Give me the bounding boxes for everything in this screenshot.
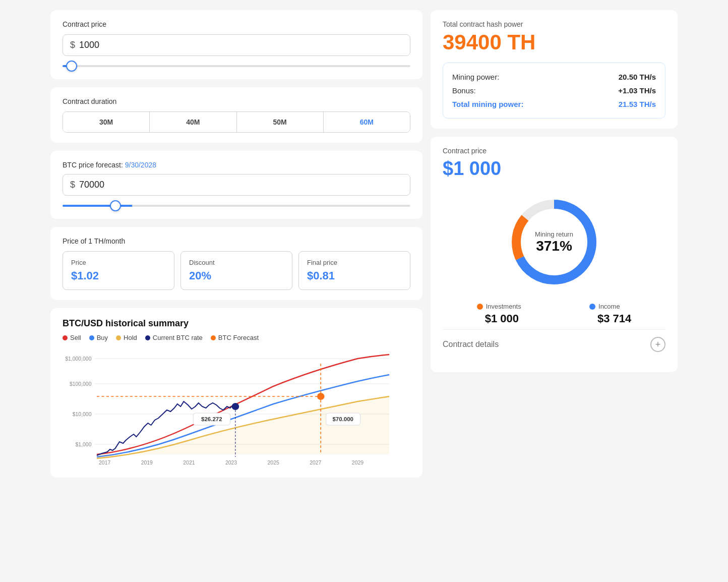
- plus-icon: +: [655, 339, 661, 350]
- chart-title: BTC/USD historical summary: [63, 318, 410, 329]
- contract-price-display: 1000: [79, 40, 99, 50]
- price-card-price: Price $1.02: [63, 251, 174, 290]
- contract-price-card: Contract price $1 000 Mining return 371%: [431, 137, 678, 372]
- svg-text:$10,000: $10,000: [73, 412, 92, 417]
- mining-power-row: Mining power: 20.50 TH/s: [452, 70, 656, 84]
- bonus-value: +1.03 TH/s: [618, 86, 656, 95]
- svg-text:2021: 2021: [183, 460, 195, 465]
- btc-forecast-text: BTC price forecast:: [63, 161, 125, 169]
- price-card-discount-label: Discount: [189, 259, 284, 266]
- bonus-label: Bonus:: [452, 86, 476, 95]
- legend-income: Income $3 714: [589, 303, 631, 325]
- price-card-final-value: $0.81: [307, 269, 402, 282]
- donut-legend: Investments $1 000 Income $3 714: [443, 303, 665, 325]
- legend-buy: Buy: [89, 334, 108, 341]
- chart-area: $1,000,000 $100,000 $10,000 $1,000 2017 …: [63, 348, 410, 470]
- chart-svg: $1,000,000 $100,000 $10,000 $1,000 2017 …: [63, 348, 410, 470]
- th-price-label: Price of 1 TH/month: [63, 237, 410, 245]
- dollar-sign-1: $: [70, 40, 75, 50]
- btc-price-display: 70000: [79, 180, 104, 190]
- svg-text:2027: 2027: [310, 460, 322, 465]
- contract-price-card-value: $1 000: [443, 158, 665, 180]
- legend-sell: Sell: [63, 334, 81, 341]
- price-card-price-label: Price: [71, 259, 166, 266]
- mining-details: Mining power: 20.50 TH/s Bonus: +1.03 TH…: [443, 63, 665, 119]
- btc-price-slider[interactable]: [63, 205, 410, 207]
- svg-text:$70.000: $70.000: [332, 416, 353, 422]
- total-mining-label: Total mining power:: [452, 100, 523, 108]
- btc-forecast-section-label: BTC price forecast: 9/30/2028: [63, 161, 410, 169]
- legend-hold: Hold: [116, 334, 137, 341]
- bonus-row: Bonus: +1.03 TH/s: [452, 84, 656, 97]
- contract-details-expand-button[interactable]: +: [650, 337, 665, 352]
- btc-forecast-date[interactable]: 9/30/2028: [125, 161, 156, 169]
- donut-chart: Mining return 371%: [504, 192, 604, 293]
- svg-text:2029: 2029: [352, 460, 364, 465]
- hash-power-value: 39400 TH: [443, 30, 665, 54]
- donut-section: Mining return 371% Investments $1 000: [443, 188, 665, 362]
- price-card-discount-value: 20%: [189, 269, 284, 282]
- legend-btc-forecast: BTC Forecast: [211, 334, 259, 341]
- hash-power-card: Total contract hash power 39400 TH Minin…: [431, 10, 678, 129]
- mining-power-value: 20.50 TH/s: [619, 73, 656, 81]
- svg-text:$1,000,000: $1,000,000: [65, 356, 92, 362]
- total-mining-row: Total mining power: 21.53 TH/s: [452, 97, 656, 111]
- mining-power-label: Mining power:: [452, 73, 499, 81]
- tab-30m[interactable]: 30M: [63, 112, 150, 132]
- price-card-final-label: Final price: [307, 259, 402, 266]
- svg-text:2025: 2025: [268, 460, 280, 465]
- contract-price-label: Contract price: [63, 20, 410, 28]
- dollar-sign-2: $: [70, 180, 75, 190]
- income-label: Income: [598, 303, 620, 310]
- chart-legend: Sell Buy Hold Current BTC rate BTC Forec…: [63, 334, 410, 341]
- svg-text:2017: 2017: [99, 460, 111, 465]
- contract-duration-label: Contract duration: [63, 97, 410, 105]
- svg-text:$100,000: $100,000: [70, 381, 92, 387]
- investments-value: $1 000: [485, 312, 519, 325]
- total-mining-value: 21.53 TH/s: [619, 100, 656, 108]
- duration-tabs: 30M 40M 50M 60M: [63, 111, 410, 133]
- btc-chart-section: BTC/USD historical summary Sell Buy Hold…: [50, 308, 422, 478]
- tab-50m[interactable]: 50M: [237, 112, 324, 132]
- investments-label: Investments: [486, 303, 521, 310]
- contract-details-row: Contract details +: [443, 329, 665, 354]
- svg-point-18: [317, 393, 325, 400]
- price-card-price-value: $1.02: [71, 269, 166, 282]
- return-value: 371%: [535, 238, 573, 254]
- tab-60m[interactable]: 60M: [324, 112, 410, 132]
- hash-power-label: Total contract hash power: [443, 20, 665, 28]
- svg-text:2019: 2019: [141, 460, 153, 465]
- price-card-discount: Discount 20%: [180, 251, 292, 290]
- svg-text:$1,000: $1,000: [76, 442, 92, 447]
- return-label: Mining return: [535, 230, 573, 238]
- contract-price-card-label: Contract price: [443, 147, 665, 155]
- svg-text:$26.272: $26.272: [201, 416, 222, 422]
- tab-40m[interactable]: 40M: [150, 112, 236, 132]
- price-card-final: Final price $0.81: [298, 251, 410, 290]
- contract-price-slider[interactable]: [63, 65, 410, 67]
- donut-center: Mining return 371%: [535, 230, 573, 254]
- legend-investments: Investments $1 000: [477, 303, 521, 325]
- contract-details-label: Contract details: [443, 340, 499, 349]
- income-value: $3 714: [597, 312, 631, 325]
- svg-text:2023: 2023: [225, 460, 237, 465]
- legend-current-btc: Current BTC rate: [145, 334, 203, 341]
